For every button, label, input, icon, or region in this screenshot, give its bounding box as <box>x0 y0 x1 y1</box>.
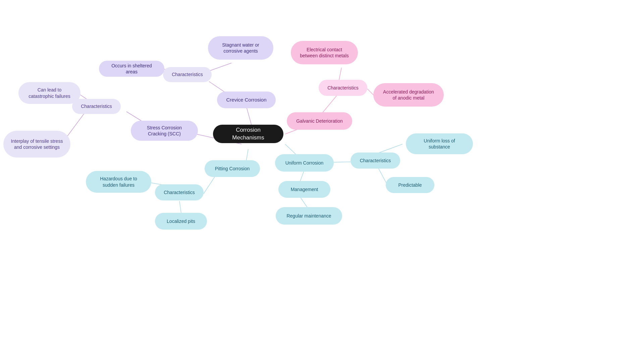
scc-node: Stress Corrosion Cracking (SCC) <box>131 121 198 141</box>
pitting-corrosion-node: Pitting Corrosion <box>205 160 260 177</box>
management-node: Management <box>278 181 330 198</box>
predictable-node: Predictable <box>386 177 434 193</box>
accelerated-degradation-node: Accelerated degradation of anodic metal <box>373 83 444 107</box>
regular-maintenance-node: Regular maintenance <box>276 207 342 225</box>
svg-line-14 <box>339 68 341 81</box>
sheltered-areas-node: Occurs in sheltered areas <box>99 61 164 77</box>
svg-line-11 <box>179 201 181 213</box>
svg-line-17 <box>334 162 351 162</box>
stagnant-water-node: Stagnant water or corrosive agents <box>208 36 273 60</box>
localized-pits-node: Localized pits <box>155 213 207 230</box>
electrical-contact-node: Electrical contact between distinct meta… <box>291 41 358 64</box>
galvanic-characteristics-node: Characteristics <box>319 80 367 96</box>
catastrophic-failures-node: Can lead to catastrophic failures <box>18 82 80 104</box>
uniform-corrosion-node: Uniform Corrosion <box>275 154 334 172</box>
center-node: Corrosion Mechanisms <box>213 125 283 143</box>
crevice-characteristics-node: Characteristics <box>163 67 212 82</box>
uniform-loss-node: Uniform loss of substance <box>406 133 473 154</box>
uniform-characteristics-node: Characteristics <box>351 153 400 169</box>
pitting-characteristics-node: Characteristics <box>155 184 204 200</box>
tensile-stress-node: Interplay of tensile stress and corrosiv… <box>3 131 70 158</box>
svg-line-15 <box>367 89 374 96</box>
galvanic-node: Galvanic Deterioration <box>287 112 352 130</box>
svg-line-21 <box>300 197 308 208</box>
scc-characteristics-node: Characteristics <box>72 99 121 114</box>
hazardous-node: Hazardous due to sudden failures <box>86 171 151 193</box>
svg-line-20 <box>300 170 304 181</box>
crevice-corrosion-node: Crevice Corrosion <box>217 92 276 108</box>
